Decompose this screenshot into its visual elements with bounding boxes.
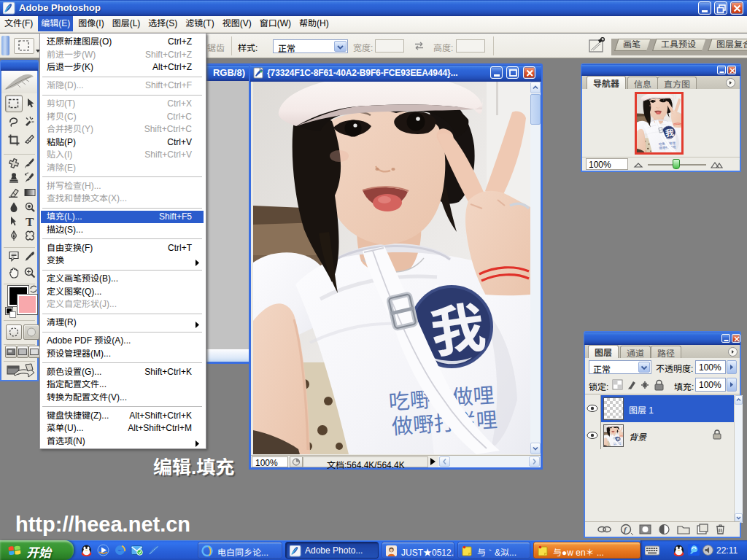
svg-text:T: T <box>26 215 34 228</box>
svg-text:f: f <box>624 525 627 534</box>
